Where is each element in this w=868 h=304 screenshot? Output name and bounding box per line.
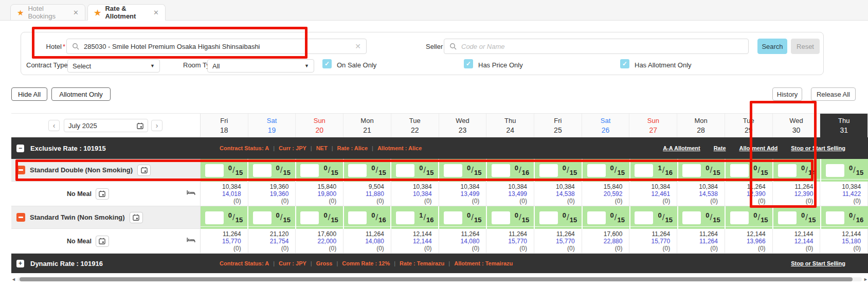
next-month-button[interactable]: › — [151, 120, 162, 131]
bar-link[interactable]: A-A Allotment — [663, 145, 700, 151]
contract-type-select[interactable]: Select ▼ — [67, 59, 160, 73]
collapse-icon[interactable]: − — [16, 145, 24, 152]
history-button[interactable]: History — [772, 87, 802, 101]
has-price-only-checkbox[interactable]: ✓ — [464, 59, 473, 68]
close-icon[interactable]: ✕ — [153, 9, 159, 16]
date-header-cell[interactable]: Thu31 — [820, 114, 868, 137]
bar-link[interactable]: Stop or Start Selling — [791, 260, 845, 266]
allotment-input[interactable] — [348, 211, 367, 224]
date-day-label: 19 — [268, 126, 276, 134]
tab-rate-allotment[interactable]: ★ Rate & Allotment ✕ — [87, 4, 166, 21]
calendar-button[interactable] — [96, 188, 109, 200]
allotment-input[interactable] — [635, 211, 653, 224]
allotment-input[interactable] — [778, 211, 797, 224]
allotment-input[interactable] — [348, 164, 367, 177]
scroll-right-icon[interactable]: ► — [863, 277, 868, 282]
on-sale-only-checkbox[interactable]: ✓ — [322, 59, 332, 68]
allotment-input[interactable] — [396, 211, 414, 224]
allotment-input[interactable] — [492, 164, 510, 177]
allotment-input[interactable] — [682, 164, 701, 177]
allotment-input[interactable] — [492, 211, 510, 224]
allotment-input[interactable] — [587, 164, 606, 177]
search-button[interactable]: Search — [757, 39, 787, 54]
hide-all-button[interactable]: Hide All — [11, 87, 47, 101]
room-collapse-icon[interactable] — [16, 213, 25, 222]
seller-label: Seller — [426, 43, 443, 50]
net-price: 10,384 — [556, 183, 575, 190]
date-header-cell[interactable]: Tue29 — [725, 114, 773, 137]
allotment-input[interactable] — [205, 164, 224, 177]
allotment-input[interactable] — [778, 164, 797, 177]
room-collapse-icon[interactable] — [16, 166, 25, 174]
allotment-input[interactable] — [539, 211, 558, 224]
allotment-input[interactable] — [730, 164, 749, 177]
month-picker[interactable]: July 2025 — [64, 119, 148, 132]
date-day-label: 28 — [697, 126, 705, 134]
net-price: 11,264 — [223, 230, 241, 238]
calendar-icon — [137, 122, 143, 129]
bar-link[interactable]: Rate — [714, 145, 726, 151]
date-header-cell[interactable]: Wed30 — [773, 114, 821, 137]
date-header-cell[interactable]: Sun20 — [296, 114, 343, 137]
scroll-left-icon[interactable]: ◄ — [11, 277, 16, 282]
date-header-cell[interactable]: Fri18 — [201, 114, 248, 137]
booked-count: (0) — [233, 245, 241, 252]
date-header-cell[interactable]: Sun27 — [629, 114, 677, 137]
tab-hotel-bookings[interactable]: ★ Hotel Bookings ✕ — [10, 4, 85, 21]
date-header-cell[interactable]: Fri25 — [534, 114, 582, 137]
allotment-input[interactable] — [253, 211, 272, 224]
booked-count: (0) — [472, 198, 480, 205]
allotment-input[interactable] — [587, 211, 606, 224]
seller-search-input[interactable]: Code or Name — [444, 39, 749, 54]
filter-panel: Hotel* 285030 - Smile Hotel Premium Osak… — [21, 32, 824, 75]
booked-count: (0) — [853, 198, 861, 205]
allotment-input[interactable] — [253, 164, 272, 177]
date-header-cell[interactable]: Tue22 — [391, 114, 439, 137]
date-header-cell[interactable]: Thu24 — [486, 114, 534, 137]
allotment-input[interactable] — [826, 211, 844, 224]
calendar-button[interactable] — [130, 212, 143, 223]
sell-price: 11,422 — [842, 190, 861, 198]
reset-button[interactable]: Reset — [791, 39, 820, 54]
room-type-select[interactable]: All ▼ — [207, 59, 314, 73]
meta-separator: | — [394, 260, 395, 266]
close-icon[interactable]: ✕ — [73, 9, 79, 16]
price-cell: 11,26412,390(0) — [773, 182, 821, 206]
allotment-input[interactable] — [682, 211, 701, 224]
allotment-cell: 0/15 — [201, 206, 248, 229]
search-icon — [449, 43, 457, 50]
bar-link[interactable]: Stop or Start Selling — [791, 145, 845, 151]
date-header-cell[interactable]: Mon21 — [343, 114, 391, 137]
expand-icon[interactable]: + — [16, 260, 24, 267]
allotment-input[interactable] — [635, 164, 653, 177]
date-header-cell[interactable]: Sat26 — [582, 114, 630, 137]
date-header-cell[interactable]: Sat19 — [248, 114, 296, 137]
allotment-input[interactable] — [826, 164, 844, 177]
calendar-button[interactable] — [96, 236, 109, 247]
bar-link[interactable]: Allotment Add — [739, 145, 778, 151]
allotment-input[interactable] — [444, 211, 462, 224]
calendar-button[interactable] — [137, 165, 151, 176]
allotment-input[interactable] — [539, 164, 558, 177]
horizontal-scrollbar[interactable]: ◄ ► — [11, 276, 868, 283]
allotment-input[interactable] — [205, 211, 224, 224]
allotment-input[interactable] — [730, 211, 749, 224]
allotment-input[interactable] — [300, 211, 319, 224]
allotment-input[interactable] — [396, 164, 414, 177]
allotment-cell: 0/15 — [535, 159, 583, 182]
date-header-cell[interactable]: Wed23 — [439, 114, 487, 137]
allotment-input[interactable] — [444, 164, 462, 177]
prev-month-button[interactable]: ‹ — [48, 120, 60, 131]
date-header-cell[interactable]: Mon28 — [677, 114, 725, 137]
tab-strip: ★ Hotel Bookings ✕ ★ Rate & Allotment ✕ — [0, 0, 868, 21]
allotment-only-button[interactable]: Allotment Only — [51, 87, 111, 101]
scrollbar-thumb[interactable] — [20, 277, 853, 281]
has-allotment-only-checkbox[interactable]: ✓ — [620, 59, 629, 68]
date-day-label: 24 — [506, 126, 514, 134]
release-all-button[interactable]: Release All — [811, 87, 856, 101]
has-allotment-only-label: Has Allotment Only — [635, 61, 692, 69]
clear-icon[interactable]: ✕ — [355, 42, 361, 50]
allotment-fraction: 0/15 — [467, 165, 481, 175]
hotel-search-input[interactable]: 285030 - Smile Hotel Premium Osaka Higas… — [66, 39, 367, 54]
allotment-input[interactable] — [300, 164, 319, 177]
